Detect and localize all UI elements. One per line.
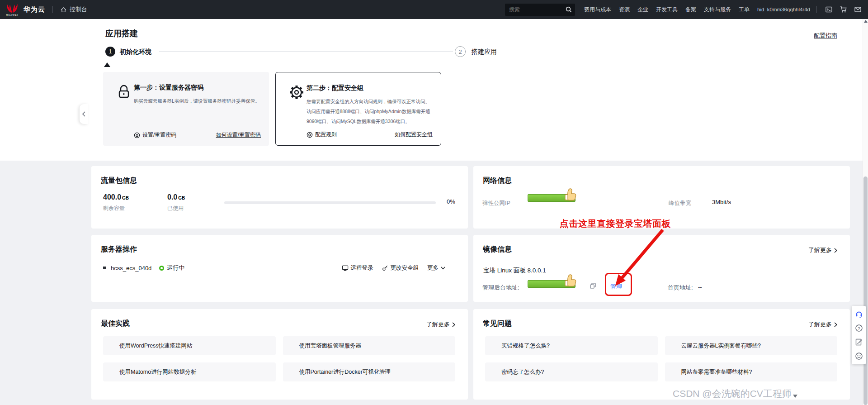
- sidebar-collapse-handle[interactable]: [80, 104, 88, 124]
- step-card-set-password: 第一步：设置服务器密码 购买云耀云服务器L实例后，请设置服务器密码并妥善保管。 …: [103, 72, 269, 146]
- menu-item-devtools[interactable]: 开发工具: [656, 6, 678, 14]
- status-running-icon: [159, 266, 164, 271]
- practice-item[interactable]: 使用Portainer进行Docker可视化管理: [283, 362, 456, 381]
- step-1-indicator: 1: [105, 47, 115, 57]
- faq-learn-more-link[interactable]: 了解更多: [808, 320, 837, 329]
- image-info-card: 镜像信息 了解更多 宝塔 Linux 面板 8.0.0.1 管理后台地址: 管理…: [473, 235, 850, 302]
- eip-label: 弹性公网IP: [482, 200, 510, 207]
- huawei-logo[interactable]: HUAWEI: [5, 3, 19, 16]
- image-learn-more-link[interactable]: 了解更多: [808, 246, 837, 254]
- step-2-label: 搭建应用: [472, 48, 497, 56]
- homepage-label: 首页地址:: [668, 284, 693, 292]
- best-practices-card: 最佳实践 了解更多 使用WordPress快速搭建网站 使用宝塔面板管理服务器 …: [91, 309, 468, 400]
- menu-item-enterprise[interactable]: 企业: [637, 6, 648, 14]
- faq-item[interactable]: 云耀云服务器L实例套餐有哪些?: [665, 336, 838, 355]
- search-input[interactable]: [505, 6, 575, 13]
- server-status: 运行中: [167, 264, 184, 272]
- customer-service-headset-icon[interactable]: [855, 310, 863, 318]
- huawei-cloud-console-page: HUAWEI 华为云 控制台 费用与成本 资源 企业 开发工具 备案 支持与服务…: [0, 0, 868, 405]
- step-card-desc: 您需要配置安全组的入方向访问规则，确保可以正常访问。访问应用需开通8888端口、…: [307, 96, 433, 126]
- reset-password-button[interactable]: 设置/重置密码: [134, 131, 176, 139]
- scrollbar-up-arrow[interactable]: [863, 20, 868, 23]
- faq-item[interactable]: 密码忘了怎么办?: [485, 362, 658, 381]
- mail-icon[interactable]: [854, 6, 862, 13]
- help-question-icon[interactable]: ?: [855, 324, 863, 332]
- gear-icon: [288, 84, 305, 102]
- faq-card: 常见问题 了解更多 买错规格了怎么换? 云耀云服务器L实例套餐有哪些? 密码忘了…: [473, 309, 850, 400]
- monitor-icon: [342, 265, 349, 272]
- practice-item[interactable]: 使用Matomo进行网站数据分析: [103, 362, 276, 381]
- traffic-remaining: 400.0GB 剩余容量: [103, 193, 129, 212]
- console-label: 控制台: [70, 5, 87, 14]
- chevron-right-icon: [834, 322, 837, 327]
- feedback-edit-icon[interactable]: [855, 338, 863, 346]
- configure-rules-button[interactable]: 配置规则: [307, 131, 337, 138]
- server-name[interactable]: hcss_ecs_040d: [111, 265, 151, 272]
- practices-learn-more-link[interactable]: 了解更多: [426, 320, 455, 329]
- practice-item[interactable]: 使用宝塔面板管理服务器: [283, 336, 456, 355]
- how-to-reset-password-link[interactable]: 如何设置/重置密码: [216, 131, 261, 139]
- faq-item[interactable]: 网站备案需要准备哪些材料?: [665, 362, 838, 381]
- bandwidth-value: 3Mbit/s: [712, 199, 731, 205]
- navbar-divider: [52, 6, 53, 13]
- navbar-divider: [816, 6, 817, 13]
- card-title: 镜像信息: [483, 245, 512, 254]
- home-icon: [60, 6, 67, 13]
- huawei-flower-icon: [5, 3, 19, 13]
- menu-item-billing[interactable]: 费用与成本: [584, 6, 611, 14]
- key-icon: [382, 265, 388, 271]
- card-title: 常见问题: [483, 319, 512, 329]
- circled-gear-icon: [307, 132, 313, 138]
- chevron-down-icon: [441, 267, 445, 270]
- remote-login-button[interactable]: 远程登录: [342, 264, 373, 272]
- navbar-menu: 费用与成本 资源 企业 开发工具 备案 支持与服务 工单: [584, 6, 750, 14]
- step-card-desc: 购买云耀云服务器L实例后，请设置服务器密码并妥善保管。: [134, 96, 261, 106]
- console-home-link[interactable]: 控制台: [60, 5, 87, 14]
- menu-item-icp[interactable]: 备案: [685, 6, 696, 14]
- satisfaction-smiley-icon[interactable]: [855, 352, 863, 360]
- step-card-title: 第一步：设置服务器密码: [134, 84, 261, 92]
- server-operations-card: 服务器操作 hcss_ecs_040d 运行中 远程登录: [91, 235, 468, 302]
- account-id[interactable]: hid_k0mm36qqhhl4r4d: [757, 7, 810, 12]
- huawei-logo-word: HUAWEI: [6, 14, 18, 16]
- traffic-package-card: 流量包信息 400.0GB 剩余容量 0.0GB 已使用 0%: [91, 166, 468, 229]
- network-info-card: 网络信息 弹性公网IP 峰值带宽 3Mbit/s: [473, 166, 850, 229]
- navbar-icon-group: [825, 6, 862, 13]
- chevron-right-icon: [452, 322, 455, 327]
- server-bullet: [103, 267, 106, 269]
- lock-icon: [116, 84, 132, 102]
- traffic-used: 0.0GB 已使用: [167, 193, 185, 212]
- bandwidth-label: 峰值带宽: [669, 200, 691, 207]
- menu-item-support[interactable]: 支持与服务: [704, 6, 731, 14]
- brand-name[interactable]: 华为云: [24, 5, 45, 14]
- card-title: 网络信息: [483, 176, 512, 186]
- csdn-watermark: CSDN @会洗碗的CV工程师: [673, 387, 797, 400]
- copy-icon[interactable]: [590, 283, 596, 289]
- shopping-cart-icon[interactable]: [840, 6, 847, 13]
- global-search: [505, 4, 575, 16]
- step-card-title: 第二步：配置安全组: [307, 84, 433, 92]
- search-icon[interactable]: [565, 6, 572, 13]
- thumbs-up-sticker-icon: [562, 271, 580, 289]
- image-name: 宝塔 Linux 面板 8.0.0.1: [483, 267, 546, 275]
- practice-item[interactable]: 使用WordPress快速搭建网站: [103, 336, 276, 355]
- faq-item[interactable]: 买错规格了怎么换?: [485, 336, 658, 355]
- step-card-security-group: 第二步：配置安全组 您需要配置安全组的入方向访问规则，确保可以正常访问。访问应用…: [275, 72, 441, 146]
- admin-url-label: 管理后台地址:: [482, 284, 519, 292]
- top-navbar: HUAWEI 华为云 控制台 费用与成本 资源 企业 开发工具 备案 支持与服务…: [0, 0, 868, 19]
- menu-item-ticket[interactable]: 工单: [739, 6, 750, 14]
- how-to-configure-sg-link[interactable]: 如何配置安全组: [395, 131, 433, 138]
- traffic-percent: 0%: [447, 198, 455, 205]
- watermark-triangle: [793, 395, 797, 398]
- traffic-progress-bar: [224, 201, 436, 204]
- cli-terminal-icon[interactable]: [825, 6, 833, 13]
- manage-panel-link[interactable]: 管理: [610, 283, 622, 291]
- menu-item-resources[interactable]: 资源: [619, 6, 630, 14]
- config-guide-link[interactable]: 配置指南: [814, 32, 837, 40]
- thumbs-up-sticker-icon: [562, 185, 580, 203]
- step-connector-line: [159, 51, 453, 52]
- more-actions-button[interactable]: 更多: [427, 264, 445, 272]
- scrollbar-thumb[interactable]: [863, 176, 868, 405]
- svg-text:?: ?: [858, 326, 860, 331]
- change-security-group-button[interactable]: 更改安全组: [382, 264, 419, 272]
